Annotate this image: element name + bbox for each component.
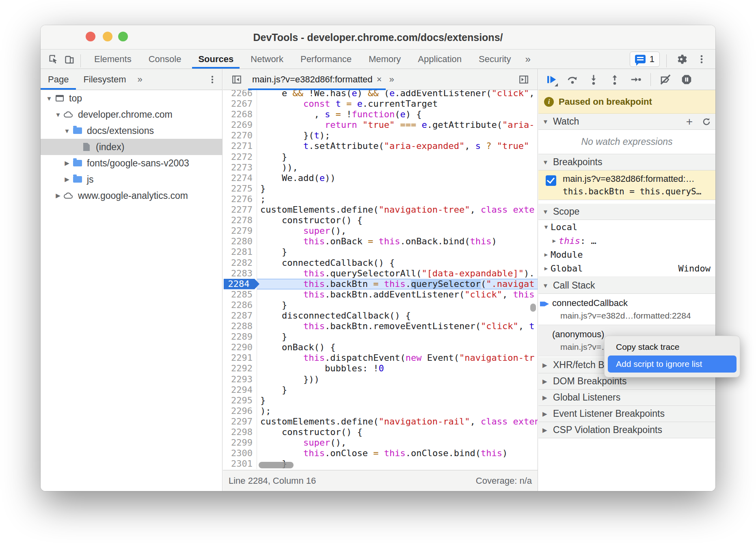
code-line[interactable]: 2296); [223, 406, 538, 416]
breakpoint-checkbox[interactable] [546, 175, 556, 186]
tree-item-www-google-analytics-com[interactable]: ▶www.google-analytics.com [41, 187, 222, 204]
section-csp-violation-breakpoints[interactable]: ▶CSP Violation Breakpoints [538, 422, 715, 438]
step-into-button[interactable] [585, 71, 603, 88]
code-line[interactable]: 2276; [223, 194, 538, 205]
section-global-listeners[interactable]: ▶Global Listeners [538, 390, 715, 406]
line-number[interactable]: 2298 [223, 427, 257, 437]
tab-performance[interactable]: Performance [292, 50, 360, 69]
tree-item--index-[interactable]: (index) [41, 139, 222, 155]
code-line[interactable]: 2285 this.backBtn.addEventListener("clic… [223, 289, 538, 300]
line-number[interactable]: 2278 [223, 215, 257, 226]
line-number[interactable]: 2286 [223, 300, 257, 310]
tab-security[interactable]: Security [470, 50, 519, 69]
line-number[interactable]: 2288 [223, 321, 257, 332]
vertical-scrollbar-thumb[interactable] [530, 304, 536, 312]
show-debugger-button[interactable] [516, 71, 532, 88]
call-stack-section-header[interactable]: ▼ Call Stack [538, 278, 715, 294]
deactivate-breakpoints-button[interactable] [657, 71, 674, 88]
pause-on-exceptions-button[interactable] [678, 71, 696, 88]
code-line[interactable]: 2295} [223, 395, 538, 406]
line-number[interactable]: 2299 [223, 437, 257, 448]
tab-sources[interactable]: Sources [190, 50, 242, 69]
expander-icon[interactable]: ▼ [54, 111, 63, 118]
editor-tab-mainjs[interactable]: main.js?v=e382d86f:formatted × [248, 69, 386, 90]
line-number[interactable]: 2283 [223, 268, 257, 279]
breakpoints-section-header[interactable]: ▼ Breakpoints [538, 154, 715, 170]
main-menu-button[interactable] [693, 51, 710, 67]
tree-item-fonts-google-sans-v2003[interactable]: ▶fonts/google-sans-v2003 [41, 155, 222, 171]
line-number[interactable]: 2274 [223, 173, 257, 183]
line-number[interactable]: 2300 [223, 448, 257, 459]
line-number[interactable]: 2294 [223, 385, 257, 395]
tab-application[interactable]: Application [409, 50, 470, 69]
code-line[interactable]: 2268 , s = !function(e) { [223, 109, 538, 120]
step-over-button[interactable] [564, 71, 581, 88]
resume-button[interactable] [542, 71, 560, 88]
line-number[interactable]: 2267 [223, 99, 257, 109]
line-number[interactable]: 2291 [223, 353, 257, 363]
code-line[interactable]: 2273 )), [223, 162, 538, 173]
step-button[interactable] [627, 71, 645, 88]
more-editor-tabs-chevron[interactable]: » [389, 74, 394, 85]
code-line[interactable]: 2282 connectedCallback() { [223, 258, 538, 268]
code-line[interactable]: 2297customElements.define("navigation-ra… [223, 416, 538, 427]
scope-row-local[interactable]: ▼Local [538, 220, 715, 234]
hide-navigator-button[interactable] [229, 71, 245, 88]
expander-icon[interactable]: ▶ [54, 192, 63, 199]
code-line[interactable]: 2267 const t = e.currentTarget [223, 99, 538, 109]
line-number[interactable]: 2276 [223, 194, 257, 205]
line-number[interactable]: 2282 [223, 258, 257, 268]
line-number[interactable]: 2271 [223, 141, 257, 151]
code-line[interactable]: 2266 e && !We.has(e) && (e.addEventListe… [223, 90, 538, 99]
line-number[interactable]: 2281 [223, 247, 257, 257]
code-line[interactable]: 2293 })) [223, 374, 538, 385]
tree-item-developer-chrome-com[interactable]: ▼developer.chrome.com [41, 106, 222, 123]
breakpoint-entry[interactable]: main.js?v=e382d86f:formatted:… this.back… [538, 170, 715, 200]
tree-item-js[interactable]: ▶js [41, 171, 222, 187]
code-line[interactable]: 2300 this.onClose = this.onClose.bind(th… [223, 448, 538, 459]
code-line[interactable]: 2280 this.onBack = this.onBack.bind(this… [223, 236, 538, 247]
line-number[interactable]: 2273 [223, 162, 257, 173]
scope-row-module[interactable]: ▶Module [538, 248, 715, 261]
navigator-menu-button[interactable] [207, 69, 222, 90]
expander-icon[interactable]: ▼ [542, 224, 551, 230]
line-number[interactable]: 2277 [223, 205, 257, 215]
code-line[interactable]: 2281 } [223, 247, 538, 257]
tab-network[interactable]: Network [242, 50, 292, 69]
line-number[interactable]: 2289 [223, 332, 257, 342]
expander-icon[interactable]: ▶ [63, 159, 71, 167]
code-line[interactable]: 2286 } [223, 300, 538, 310]
close-tab-icon[interactable]: × [377, 74, 382, 85]
step-out-button[interactable] [606, 71, 624, 88]
horizontal-scrollbar-thumb[interactable] [259, 462, 294, 468]
console-messages-button[interactable]: 1 [630, 52, 660, 67]
code-line[interactable]: 2272 } [223, 152, 538, 162]
line-number[interactable]: 2275 [223, 183, 257, 194]
tab-filesystem[interactable]: Filesystem [76, 69, 133, 90]
settings-button[interactable] [673, 51, 689, 67]
line-number[interactable]: 2293 [223, 374, 257, 385]
call-stack-frame[interactable]: connectedCallbackmain.js?v=e382d…formatt… [538, 294, 715, 325]
code-editor[interactable]: 2266 e && !We.has(e) && (e.addEventListe… [223, 90, 538, 470]
line-number[interactable]: 2296 [223, 406, 257, 416]
menu-item-copy-stack-trace[interactable]: Copy stack trace [608, 338, 737, 356]
expander-icon[interactable]: ▶ [63, 176, 71, 183]
line-number[interactable]: 2292 [223, 363, 257, 374]
code-line[interactable]: 2299 super(), [223, 437, 538, 448]
code-line[interactable]: 2279 super(), [223, 226, 538, 236]
code-line[interactable]: 2271 t.setAttribute("aria-expanded", s ?… [223, 141, 538, 151]
code-line[interactable]: 2269 return "true" === e.getAttribute("a… [223, 120, 538, 130]
code-line[interactable]: 2294 } [223, 385, 538, 395]
code-line[interactable]: 2283 this.querySelectorAll("[data-expand… [223, 268, 538, 279]
menu-item-add-script-to-ignore-list[interactable]: Add script to ignore list [608, 356, 737, 373]
tree-item-top[interactable]: ▼top [41, 90, 222, 106]
code-line[interactable]: 2277customElements.define("navigation-tr… [223, 205, 538, 215]
line-number[interactable]: 2301 [223, 459, 257, 469]
line-number[interactable]: 2297 [223, 416, 257, 427]
expander-icon[interactable]: ▼ [45, 95, 54, 102]
tab-memory[interactable]: Memory [360, 50, 409, 69]
inspect-element-button[interactable] [45, 51, 62, 67]
add-watch-icon[interactable]: + [686, 116, 693, 127]
code-line[interactable]: 2292 bubbles: !0 [223, 363, 538, 374]
expander-icon[interactable]: ▶ [550, 237, 559, 244]
